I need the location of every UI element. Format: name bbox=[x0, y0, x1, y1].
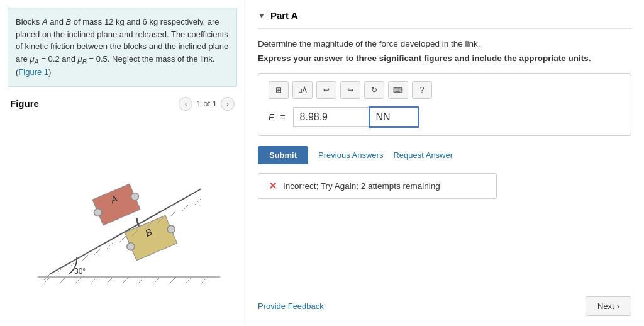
svg-line-32 bbox=[138, 277, 145, 283]
svg-line-29 bbox=[91, 277, 97, 283]
block-a-var: A bbox=[42, 17, 48, 26]
svg-line-34 bbox=[170, 277, 176, 283]
answer-container: ⊞ μÂ ↩ ↪ ↻ ⌨ ? F = bbox=[258, 73, 631, 136]
figure-nav: ‹ 1 of 1 › bbox=[179, 97, 235, 111]
answer-toolbar: ⊞ μÂ ↩ ↪ ↻ ⌨ ? bbox=[269, 81, 621, 99]
undo-icon: ↩ bbox=[323, 86, 330, 94]
svg-line-18 bbox=[107, 242, 113, 249]
keyboard-icon: ⌨ bbox=[393, 86, 403, 94]
submit-row: Submit Previous Answers Request Answer bbox=[258, 146, 631, 164]
svg-line-36 bbox=[201, 277, 208, 283]
svg-line-28 bbox=[75, 277, 82, 283]
next-label: Next bbox=[597, 301, 614, 311]
figure-header: Figure ‹ 1 of 1 › bbox=[8, 97, 237, 111]
mu-a-var: μA bbox=[30, 54, 38, 64]
error-box: ✕ Incorrect; Try Again; 2 attempts remai… bbox=[258, 173, 497, 199]
redo-icon: ↪ bbox=[347, 86, 353, 94]
svg-line-27 bbox=[60, 277, 66, 283]
answer-value-display: 8.98.9 bbox=[293, 107, 369, 127]
left-panel: Blocks A and B of mass 12 kg and 6 kg re… bbox=[0, 0, 245, 326]
svg-line-25 bbox=[195, 198, 201, 205]
error-icon: ✕ bbox=[269, 180, 277, 192]
previous-answers-button[interactable]: Previous Answers bbox=[318, 150, 383, 160]
part-header: ▼ Part A bbox=[258, 10, 631, 29]
answer-label: F bbox=[269, 112, 274, 122]
error-message-text: Incorrect; Try Again; 2 attempts remaini… bbox=[283, 181, 440, 191]
bottom-row: Provide Feedback Next › bbox=[258, 289, 631, 316]
figure-area: 30° A B bbox=[8, 116, 237, 318]
submit-button[interactable]: Submit bbox=[258, 146, 308, 164]
mu-b-var: μB bbox=[78, 54, 87, 64]
next-chevron-icon: › bbox=[617, 301, 619, 311]
svg-line-31 bbox=[123, 277, 129, 283]
mu-button[interactable]: μÂ bbox=[292, 81, 313, 99]
part-label: Part A bbox=[270, 10, 298, 21]
matrix-icon-button[interactable]: ⊞ bbox=[269, 81, 289, 99]
problem-statement: Blocks A and B of mass 12 kg and 6 kg re… bbox=[8, 8, 237, 87]
answer-unit-text: NN bbox=[376, 111, 391, 122]
next-button[interactable]: Next › bbox=[586, 296, 631, 316]
right-panel: ▼ Part A Determine the magnitude of the … bbox=[245, 0, 644, 326]
figure-next-button[interactable]: › bbox=[221, 97, 235, 111]
figure-svg: 30° A B bbox=[19, 145, 226, 289]
svg-line-24 bbox=[182, 205, 189, 211]
svg-line-23 bbox=[170, 211, 176, 217]
help-button[interactable]: ? bbox=[412, 81, 432, 99]
matrix-icon: ⊞ bbox=[275, 86, 282, 94]
refresh-button[interactable]: ↻ bbox=[364, 81, 384, 99]
figure1-link[interactable]: Figure 1 bbox=[18, 67, 48, 77]
svg-line-33 bbox=[154, 277, 160, 283]
help-icon: ? bbox=[420, 86, 425, 94]
question-line2: Express your answer to three significant… bbox=[258, 53, 631, 63]
block-b-var: B bbox=[66, 17, 72, 26]
request-answer-button[interactable]: Request Answer bbox=[393, 150, 453, 160]
collapse-icon[interactable]: ▼ bbox=[258, 11, 265, 20]
svg-line-26 bbox=[44, 277, 50, 283]
provide-feedback-button[interactable]: Provide Feedback bbox=[258, 301, 324, 311]
redo-button[interactable]: ↪ bbox=[340, 81, 360, 99]
svg-text:30°: 30° bbox=[74, 267, 86, 276]
refresh-icon: ↻ bbox=[371, 86, 377, 94]
figure-page-indicator: 1 of 1 bbox=[196, 99, 217, 108]
svg-line-35 bbox=[186, 277, 192, 283]
answer-unit-display[interactable]: NN bbox=[369, 106, 419, 128]
answer-value-text: 8.98.9 bbox=[300, 111, 328, 122]
answer-row: F = 8.98.9 NN bbox=[269, 106, 621, 128]
question-line1: Determine the magnitude of the force dev… bbox=[258, 39, 631, 48]
svg-line-30 bbox=[107, 277, 113, 283]
svg-rect-4 bbox=[92, 184, 140, 225]
mu-icon: μÂ bbox=[298, 86, 307, 94]
svg-rect-9 bbox=[125, 215, 177, 261]
svg-line-17 bbox=[94, 249, 101, 255]
figure-title: Figure bbox=[10, 98, 39, 109]
undo-button[interactable]: ↩ bbox=[316, 81, 336, 99]
svg-line-19 bbox=[119, 236, 126, 242]
figure-prev-button[interactable]: ‹ bbox=[179, 97, 192, 111]
keyboard-button[interactable]: ⌨ bbox=[388, 81, 408, 99]
answer-equals: = bbox=[278, 112, 288, 122]
